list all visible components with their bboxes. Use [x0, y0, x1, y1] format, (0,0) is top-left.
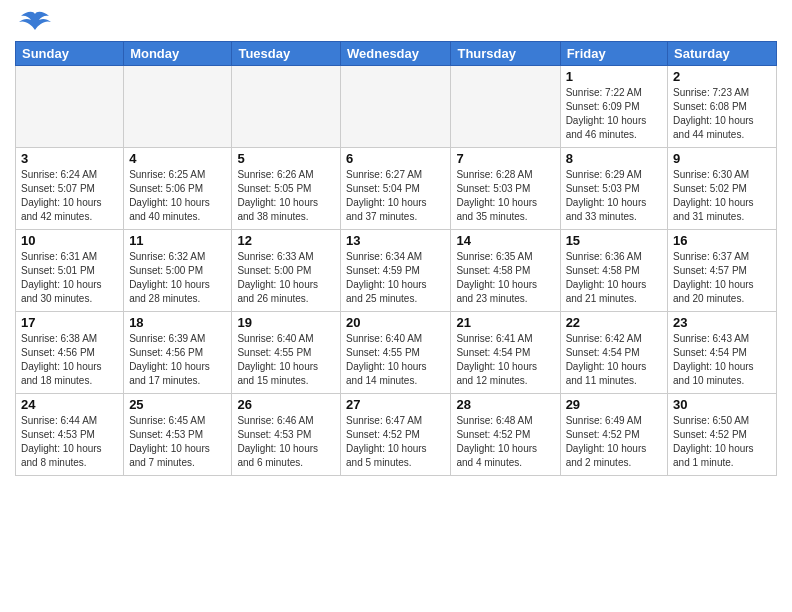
day-number: 24 [21, 397, 118, 412]
day-cell: 3Sunrise: 6:24 AM Sunset: 5:07 PM Daylig… [16, 148, 124, 230]
day-cell: 7Sunrise: 6:28 AM Sunset: 5:03 PM Daylig… [451, 148, 560, 230]
day-cell: 23Sunrise: 6:43 AM Sunset: 4:54 PM Dayli… [668, 312, 777, 394]
day-cell: 28Sunrise: 6:48 AM Sunset: 4:52 PM Dayli… [451, 394, 560, 476]
day-number: 30 [673, 397, 771, 412]
day-cell: 18Sunrise: 6:39 AM Sunset: 4:56 PM Dayli… [124, 312, 232, 394]
day-number: 14 [456, 233, 554, 248]
day-info: Sunrise: 6:32 AM Sunset: 5:00 PM Dayligh… [129, 250, 226, 306]
day-number: 28 [456, 397, 554, 412]
day-info: Sunrise: 6:39 AM Sunset: 4:56 PM Dayligh… [129, 332, 226, 388]
day-number: 3 [21, 151, 118, 166]
day-number: 22 [566, 315, 662, 330]
day-info: Sunrise: 6:42 AM Sunset: 4:54 PM Dayligh… [566, 332, 662, 388]
day-number: 6 [346, 151, 445, 166]
day-number: 18 [129, 315, 226, 330]
weekday-header-sunday: Sunday [16, 42, 124, 66]
day-cell: 17Sunrise: 6:38 AM Sunset: 4:56 PM Dayli… [16, 312, 124, 394]
day-cell: 5Sunrise: 6:26 AM Sunset: 5:05 PM Daylig… [232, 148, 341, 230]
day-cell: 15Sunrise: 6:36 AM Sunset: 4:58 PM Dayli… [560, 230, 667, 312]
day-cell [232, 66, 341, 148]
day-number: 4 [129, 151, 226, 166]
weekday-header-friday: Friday [560, 42, 667, 66]
day-info: Sunrise: 6:27 AM Sunset: 5:04 PM Dayligh… [346, 168, 445, 224]
weekday-header-tuesday: Tuesday [232, 42, 341, 66]
day-number: 26 [237, 397, 335, 412]
day-info: Sunrise: 6:29 AM Sunset: 5:03 PM Dayligh… [566, 168, 662, 224]
day-number: 11 [129, 233, 226, 248]
day-cell: 12Sunrise: 6:33 AM Sunset: 5:00 PM Dayli… [232, 230, 341, 312]
day-cell: 20Sunrise: 6:40 AM Sunset: 4:55 PM Dayli… [341, 312, 451, 394]
logo [15, 10, 51, 36]
day-cell: 6Sunrise: 6:27 AM Sunset: 5:04 PM Daylig… [341, 148, 451, 230]
day-number: 19 [237, 315, 335, 330]
day-number: 8 [566, 151, 662, 166]
weekday-header-saturday: Saturday [668, 42, 777, 66]
day-info: Sunrise: 6:40 AM Sunset: 4:55 PM Dayligh… [237, 332, 335, 388]
day-number: 20 [346, 315, 445, 330]
weekday-header-thursday: Thursday [451, 42, 560, 66]
week-row-4: 17Sunrise: 6:38 AM Sunset: 4:56 PM Dayli… [16, 312, 777, 394]
day-info: Sunrise: 6:25 AM Sunset: 5:06 PM Dayligh… [129, 168, 226, 224]
weekday-header-monday: Monday [124, 42, 232, 66]
day-info: Sunrise: 6:48 AM Sunset: 4:52 PM Dayligh… [456, 414, 554, 470]
day-info: Sunrise: 6:47 AM Sunset: 4:52 PM Dayligh… [346, 414, 445, 470]
day-cell: 13Sunrise: 6:34 AM Sunset: 4:59 PM Dayli… [341, 230, 451, 312]
day-cell: 19Sunrise: 6:40 AM Sunset: 4:55 PM Dayli… [232, 312, 341, 394]
day-info: Sunrise: 6:26 AM Sunset: 5:05 PM Dayligh… [237, 168, 335, 224]
day-number: 13 [346, 233, 445, 248]
day-number: 21 [456, 315, 554, 330]
day-cell [341, 66, 451, 148]
day-info: Sunrise: 6:43 AM Sunset: 4:54 PM Dayligh… [673, 332, 771, 388]
calendar: SundayMondayTuesdayWednesdayThursdayFrid… [15, 41, 777, 476]
day-number: 15 [566, 233, 662, 248]
day-cell [16, 66, 124, 148]
day-info: Sunrise: 6:38 AM Sunset: 4:56 PM Dayligh… [21, 332, 118, 388]
day-info: Sunrise: 6:44 AM Sunset: 4:53 PM Dayligh… [21, 414, 118, 470]
day-number: 27 [346, 397, 445, 412]
day-info: Sunrise: 6:41 AM Sunset: 4:54 PM Dayligh… [456, 332, 554, 388]
day-info: Sunrise: 6:40 AM Sunset: 4:55 PM Dayligh… [346, 332, 445, 388]
week-row-5: 24Sunrise: 6:44 AM Sunset: 4:53 PM Dayli… [16, 394, 777, 476]
day-cell: 25Sunrise: 6:45 AM Sunset: 4:53 PM Dayli… [124, 394, 232, 476]
day-number: 7 [456, 151, 554, 166]
page-container: SundayMondayTuesdayWednesdayThursdayFrid… [0, 0, 792, 481]
week-row-3: 10Sunrise: 6:31 AM Sunset: 5:01 PM Dayli… [16, 230, 777, 312]
day-info: Sunrise: 6:49 AM Sunset: 4:52 PM Dayligh… [566, 414, 662, 470]
day-cell: 11Sunrise: 6:32 AM Sunset: 5:00 PM Dayli… [124, 230, 232, 312]
day-cell: 24Sunrise: 6:44 AM Sunset: 4:53 PM Dayli… [16, 394, 124, 476]
day-number: 25 [129, 397, 226, 412]
day-number: 9 [673, 151, 771, 166]
weekday-header-row: SundayMondayTuesdayWednesdayThursdayFrid… [16, 42, 777, 66]
day-cell: 4Sunrise: 6:25 AM Sunset: 5:06 PM Daylig… [124, 148, 232, 230]
day-number: 16 [673, 233, 771, 248]
day-cell: 29Sunrise: 6:49 AM Sunset: 4:52 PM Dayli… [560, 394, 667, 476]
day-info: Sunrise: 7:22 AM Sunset: 6:09 PM Dayligh… [566, 86, 662, 142]
day-cell: 14Sunrise: 6:35 AM Sunset: 4:58 PM Dayli… [451, 230, 560, 312]
day-info: Sunrise: 6:37 AM Sunset: 4:57 PM Dayligh… [673, 250, 771, 306]
day-number: 29 [566, 397, 662, 412]
day-info: Sunrise: 6:31 AM Sunset: 5:01 PM Dayligh… [21, 250, 118, 306]
day-cell: 10Sunrise: 6:31 AM Sunset: 5:01 PM Dayli… [16, 230, 124, 312]
day-cell: 22Sunrise: 6:42 AM Sunset: 4:54 PM Dayli… [560, 312, 667, 394]
day-number: 1 [566, 69, 662, 84]
day-cell: 26Sunrise: 6:46 AM Sunset: 4:53 PM Dayli… [232, 394, 341, 476]
week-row-1: 1Sunrise: 7:22 AM Sunset: 6:09 PM Daylig… [16, 66, 777, 148]
header [15, 10, 777, 36]
day-cell: 30Sunrise: 6:50 AM Sunset: 4:52 PM Dayli… [668, 394, 777, 476]
day-number: 10 [21, 233, 118, 248]
day-info: Sunrise: 6:34 AM Sunset: 4:59 PM Dayligh… [346, 250, 445, 306]
day-info: Sunrise: 6:36 AM Sunset: 4:58 PM Dayligh… [566, 250, 662, 306]
day-cell: 16Sunrise: 6:37 AM Sunset: 4:57 PM Dayli… [668, 230, 777, 312]
day-info: Sunrise: 6:28 AM Sunset: 5:03 PM Dayligh… [456, 168, 554, 224]
day-info: Sunrise: 6:30 AM Sunset: 5:02 PM Dayligh… [673, 168, 771, 224]
day-number: 12 [237, 233, 335, 248]
day-info: Sunrise: 6:50 AM Sunset: 4:52 PM Dayligh… [673, 414, 771, 470]
day-cell: 27Sunrise: 6:47 AM Sunset: 4:52 PM Dayli… [341, 394, 451, 476]
day-cell: 1Sunrise: 7:22 AM Sunset: 6:09 PM Daylig… [560, 66, 667, 148]
week-row-2: 3Sunrise: 6:24 AM Sunset: 5:07 PM Daylig… [16, 148, 777, 230]
day-info: Sunrise: 6:24 AM Sunset: 5:07 PM Dayligh… [21, 168, 118, 224]
day-cell: 21Sunrise: 6:41 AM Sunset: 4:54 PM Dayli… [451, 312, 560, 394]
day-number: 5 [237, 151, 335, 166]
logo-bird-icon [19, 10, 51, 36]
day-info: Sunrise: 6:35 AM Sunset: 4:58 PM Dayligh… [456, 250, 554, 306]
